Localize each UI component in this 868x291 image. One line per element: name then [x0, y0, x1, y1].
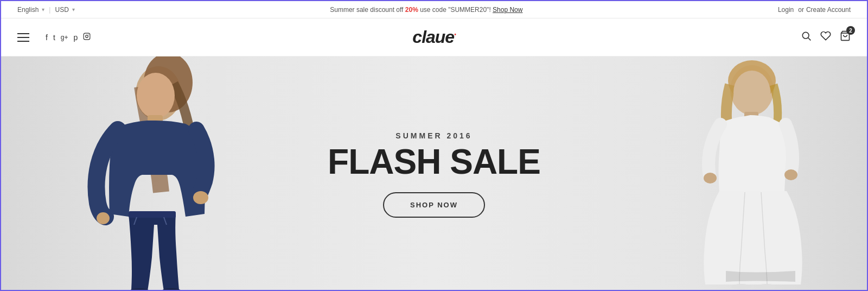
twitter-icon[interactable]: t — [53, 33, 55, 42]
svg-point-2 — [88, 34, 89, 35]
search-icon[interactable] — [801, 30, 812, 44]
cart-count-badge: 2 — [846, 26, 855, 35]
svg-point-1 — [86, 35, 88, 38]
hamburger-menu[interactable] — [17, 33, 29, 42]
cart-icon[interactable]: 2 — [840, 30, 851, 44]
announcement-message: Summer sale discount off 20% use code "S… — [75, 6, 778, 14]
svg-point-11 — [97, 212, 110, 224]
promo-text-before: Summer sale discount off — [330, 6, 405, 14]
create-account-text[interactable]: Create Account — [806, 6, 851, 14]
svg-point-8 — [137, 73, 175, 118]
hero-subtitle: SUMMER 2016 — [328, 131, 540, 140]
logo-text: claue — [412, 27, 454, 47]
wishlist-icon[interactable] — [820, 30, 831, 44]
hamburger-line-1 — [17, 33, 29, 34]
social-icons: f t g+ p — [46, 33, 91, 42]
svg-point-21 — [704, 173, 717, 184]
svg-point-22 — [784, 169, 797, 180]
svg-point-3 — [802, 32, 809, 39]
header-right: 2 — [801, 30, 851, 44]
header-left: f t g+ p — [17, 33, 91, 42]
create-account-link[interactable]: or — [798, 6, 804, 14]
logo-area[interactable]: claue• — [412, 27, 455, 47]
left-model-figure — [34, 56, 272, 291]
hamburger-line-3 — [17, 41, 29, 42]
svg-rect-0 — [84, 33, 90, 40]
svg-point-23 — [731, 284, 751, 289]
announcement-shop-link[interactable]: Shop Now — [493, 6, 522, 14]
shop-now-button[interactable]: Shop Now — [383, 192, 485, 218]
account-links: Login or Create Account — [778, 6, 851, 14]
hamburger-line-2 — [17, 37, 29, 38]
hero-title: FLASH SALE — [328, 144, 540, 179]
promo-highlight: 20% — [405, 6, 418, 14]
svg-point-10 — [193, 191, 208, 204]
promo-text-after: use code "SUMMER20"! — [418, 6, 493, 14]
hero-banner: SUMMER 2016 FLASH SALE Shop Now — [1, 56, 867, 291]
googleplus-icon[interactable]: g+ — [61, 34, 68, 41]
logo-dot: • — [454, 31, 456, 37]
right-model-figure — [661, 56, 834, 291]
site-logo[interactable]: claue• — [412, 27, 455, 47]
language-selector[interactable]: English — [17, 6, 39, 14]
svg-rect-12 — [129, 211, 176, 218]
instagram-icon[interactable] — [83, 33, 91, 42]
lang-currency-selector: English ▾ | USD ▾ — [17, 6, 75, 14]
svg-line-4 — [808, 38, 811, 41]
language-chevron: ▾ — [42, 7, 44, 12]
announcement-bar: English ▾ | USD ▾ Summer sale discount o… — [1, 1, 867, 18]
facebook-icon[interactable]: f — [46, 33, 48, 42]
hero-text-block: SUMMER 2016 FLASH SALE Shop Now — [328, 131, 540, 218]
site-header: f t g+ p claue• — [1, 18, 867, 56]
login-link[interactable]: Login — [778, 6, 794, 14]
currency-selector[interactable]: USD — [55, 6, 68, 14]
svg-point-24 — [757, 284, 776, 289]
svg-point-19 — [733, 71, 770, 114]
separator: | — [49, 6, 50, 14]
pinterest-icon[interactable]: p — [73, 33, 78, 42]
